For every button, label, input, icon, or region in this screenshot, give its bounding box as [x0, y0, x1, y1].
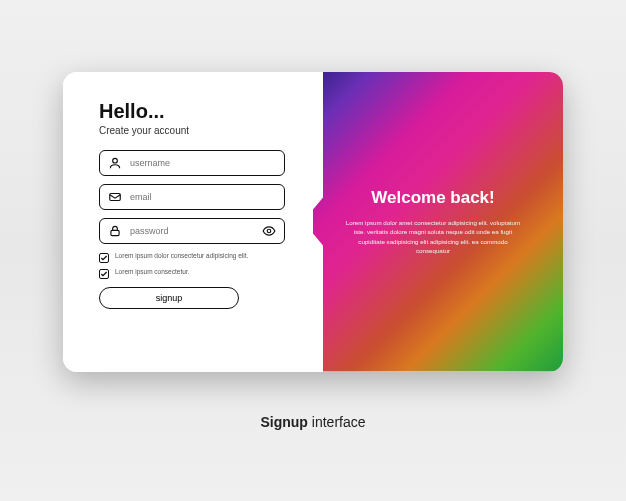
check-row-2[interactable]: Lorem ipsum consectetur. [99, 268, 285, 279]
email-field[interactable] [99, 184, 285, 210]
user-icon [108, 156, 122, 170]
check-label-1: Lorem ipsum dolor consectetur adipisicin… [115, 252, 248, 260]
checkbox-icon[interactable] [99, 253, 109, 263]
username-input[interactable] [130, 158, 276, 168]
welcome-panel: Welcome back! Lorem ipsum dolor amet con… [303, 72, 563, 372]
email-input[interactable] [130, 192, 276, 202]
welcome-title: Welcome back! [371, 188, 494, 208]
page-caption: Signup interface [260, 414, 365, 430]
signup-button-label: signup [156, 293, 183, 303]
check-row-1[interactable]: Lorem ipsum dolor consectetur adipisicin… [99, 252, 285, 263]
password-input[interactable] [130, 226, 262, 236]
caption-bold: Signup [260, 414, 307, 430]
checkbox-icon[interactable] [99, 269, 109, 279]
check-label-2: Lorem ipsum consectetur. [115, 268, 189, 276]
form-heading: Hello... [99, 100, 285, 123]
svg-point-3 [267, 229, 271, 233]
svg-rect-2 [111, 230, 119, 235]
signup-button[interactable]: signup [99, 287, 239, 309]
username-field[interactable] [99, 150, 285, 176]
password-field[interactable] [99, 218, 285, 244]
svg-rect-1 [110, 193, 121, 200]
form-panel: Hello... Create your account [63, 72, 313, 372]
eye-icon[interactable] [262, 224, 276, 238]
caption-rest: interface [308, 414, 366, 430]
mail-icon [108, 190, 122, 204]
signup-card: Hello... Create your account [63, 72, 563, 372]
svg-point-0 [113, 158, 118, 163]
welcome-body: Lorem ipsum dolor amet consectetur adipi… [343, 218, 523, 255]
form-subheading: Create your account [99, 125, 285, 136]
lock-icon [108, 224, 122, 238]
